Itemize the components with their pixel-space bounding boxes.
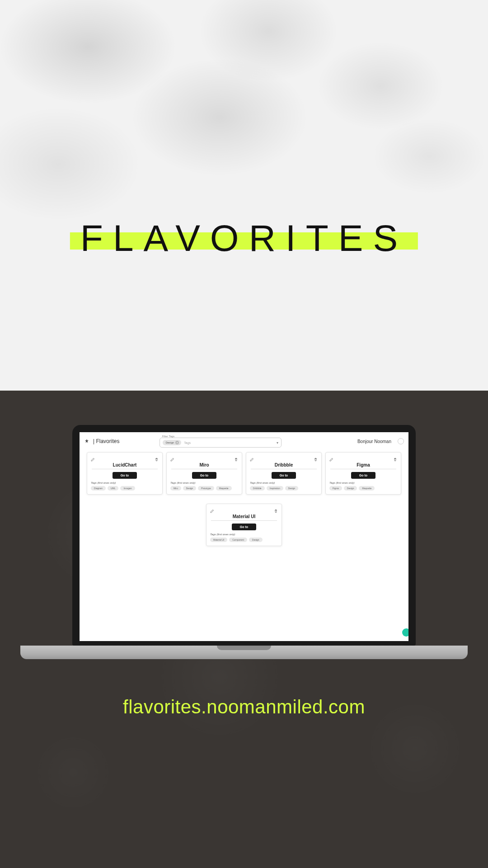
app-logo-icon: [84, 439, 89, 444]
tag[interactable]: Design: [285, 486, 299, 491]
trash-icon[interactable]: [393, 455, 397, 459]
card-title: Miro: [170, 462, 238, 467]
tag-row: Dribbble Inspiration Design: [250, 486, 318, 491]
edit-icon[interactable]: [250, 455, 254, 459]
trash-icon[interactable]: [155, 455, 159, 459]
card-dribbble: Dribbble Go to Tags (first ones only) Dr…: [246, 452, 322, 495]
tag[interactable]: Miro: [170, 486, 181, 491]
chevron-down-icon[interactable]: ▾: [277, 441, 278, 445]
shadow-overlay: [0, 0, 488, 391]
tag[interactable]: Diagram: [91, 486, 106, 491]
cards-row-2: Material UI Go to Tags (first ones only)…: [82, 504, 406, 546]
filter-wrap: Filter Tags Design × Tags ▾: [160, 435, 282, 448]
hero-title-wrap: FLAVORITES: [80, 217, 408, 259]
tag[interactable]: Maquette: [216, 486, 232, 491]
app-header: | Flavorites Filter Tags Design × Tags ▾…: [80, 432, 408, 448]
tags-label: Tags (first ones only): [210, 533, 278, 536]
edit-icon[interactable]: [329, 455, 333, 459]
footer-url: flavorites.noomanmiled.com: [123, 696, 365, 718]
laptop-screen-frame: | Flavorites Filter Tags Design × Tags ▾…: [72, 425, 416, 646]
tags-label: Tags (first ones only): [170, 481, 238, 484]
laptop-notch: [217, 646, 271, 650]
card-title: Figma: [329, 462, 397, 467]
cards-area: LucidChart Go to Tags (first ones only) …: [80, 448, 408, 546]
filter-chip-label: Design: [166, 441, 174, 444]
edit-icon[interactable]: [210, 507, 214, 511]
tag-row: Diagram UML Innogen: [91, 486, 159, 491]
tag[interactable]: Design: [249, 538, 263, 542]
tags-label: Tags (first ones only): [91, 481, 159, 484]
close-icon[interactable]: ×: [175, 441, 179, 444]
tag-row: Material UI Component Design: [210, 538, 278, 542]
go-to-button[interactable]: Go to: [113, 472, 137, 479]
go-to-button[interactable]: Go to: [232, 524, 256, 530]
tag-row: Miro Design Prototype Maquette: [170, 486, 238, 491]
filter-placeholder: Tags: [184, 441, 273, 444]
card-lucidchart: LucidChart Go to Tags (first ones only) …: [87, 452, 163, 495]
edit-icon[interactable]: [170, 455, 174, 459]
tag[interactable]: Material UI: [210, 538, 227, 542]
card-material-ui: Material UI Go to Tags (first ones only)…: [206, 504, 282, 546]
greeting-text: Bonjour Nooman: [357, 439, 391, 444]
divider: [171, 469, 237, 469]
tags-label: Tags (first ones only): [329, 481, 397, 484]
tag[interactable]: Maquette: [359, 486, 375, 491]
filter-input[interactable]: Design × Tags ▾: [160, 438, 282, 448]
laptop-mockup: | Flavorites Filter Tags Design × Tags ▾…: [20, 425, 468, 659]
tag-row: Figma Design Maquette: [329, 486, 397, 491]
trash-icon[interactable]: [234, 455, 238, 459]
laptop-base: [20, 646, 468, 659]
tag[interactable]: Dribbble: [250, 486, 265, 491]
hero-title: FLAVORITES: [80, 217, 408, 259]
divider: [211, 520, 277, 521]
filter-chip[interactable]: Design ×: [163, 440, 182, 445]
divider: [92, 469, 158, 469]
trash-icon[interactable]: [274, 507, 278, 511]
card-title: Material UI: [210, 514, 278, 519]
tag[interactable]: Inspiration: [267, 486, 283, 491]
tag[interactable]: Prototype: [198, 486, 214, 491]
divider: [251, 469, 317, 469]
trash-icon[interactable]: [314, 455, 318, 459]
app-brand: | Flavorites: [93, 438, 119, 444]
go-to-button[interactable]: Go to: [192, 472, 216, 479]
avatar[interactable]: [398, 438, 404, 444]
tag[interactable]: Design: [344, 486, 357, 491]
tag[interactable]: Innogen: [120, 486, 135, 491]
add-fab[interactable]: [402, 628, 408, 637]
tag[interactable]: Figma: [329, 486, 342, 491]
edit-icon[interactable]: [91, 455, 95, 459]
card-title: LucidChart: [91, 462, 159, 467]
go-to-button[interactable]: Go to: [351, 472, 375, 479]
tags-label: Tags (first ones only): [250, 481, 318, 484]
card-title: Dribbble: [250, 462, 318, 467]
card-figma: Figma Go to Tags (first ones only) Figma…: [325, 452, 401, 495]
laptop-screen: | Flavorites Filter Tags Design × Tags ▾…: [80, 432, 408, 641]
tag[interactable]: Design: [183, 486, 197, 491]
divider: [330, 469, 396, 469]
tag[interactable]: Component: [229, 538, 247, 542]
go-to-button[interactable]: Go to: [272, 472, 296, 479]
tag[interactable]: UML: [108, 486, 119, 491]
card-miro: Miro Go to Tags (first ones only) Miro D…: [166, 452, 242, 495]
